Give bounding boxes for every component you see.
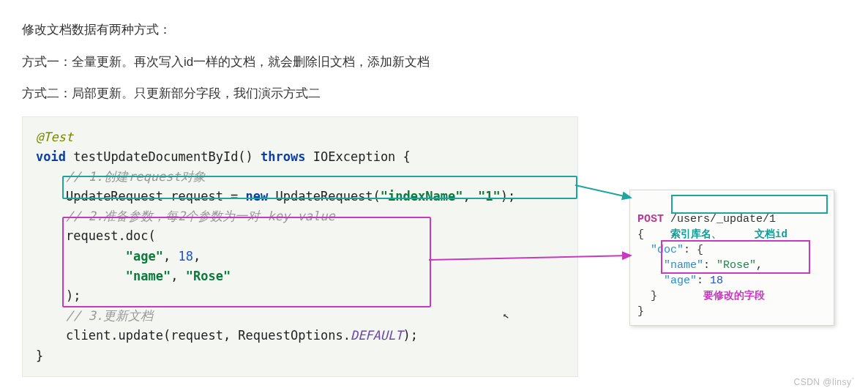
http-path: /users/_update/1 (670, 213, 776, 225)
json-inner-close: } (651, 290, 657, 302)
watermark-text: CSDN @linsy` (793, 377, 855, 387)
comma-2: , (163, 249, 178, 264)
update-call-1: client.update(request, RequestOptions. (66, 328, 351, 343)
method-name: testUpdateDocumentById() (73, 149, 253, 164)
string-indexname: "indexName" (381, 189, 463, 204)
java-code-block: @Test void testUpdateDocumentById() thro… (22, 116, 578, 377)
constant-default: DEFAULT (351, 328, 403, 343)
keyword-void: void (36, 149, 66, 164)
json-outer-close: } (637, 305, 644, 318)
request-decl-2: UpdateRequest( (268, 189, 381, 204)
intro-line-2: 方式一：全量更新。再次写入id一样的文档，就会删除旧文档，添加新文档 (22, 53, 846, 72)
comment-2: // 2.准备参数，每2个参数为一对 key value (66, 209, 335, 223)
diagram-row: @Test void testUpdateDocumentById() thro… (22, 116, 846, 377)
string-name: "name" (126, 269, 171, 283)
request-decl-1: UpdateRequest request = (66, 189, 246, 204)
json-colon-brace: : { (684, 244, 703, 256)
annotation: @Test (36, 130, 73, 144)
comment-3: // 3.更新文档 (66, 308, 153, 323)
json-val-name: "Rose" (717, 259, 756, 272)
update-call-2: ); (403, 328, 418, 343)
number-18: 18 (179, 249, 193, 264)
comma-3: , (171, 269, 185, 283)
label-fields-to-modify: 要修改的字段 (703, 290, 765, 302)
exception-type: IOException (313, 149, 396, 164)
keyword-new: new (246, 189, 269, 204)
string-age: "age" (126, 249, 163, 264)
intro-line-1: 修改文档数据有两种方式： (22, 20, 846, 40)
http-json-block: POST /users/_update/1 { 索引库名、 文档id "doc"… (629, 190, 834, 326)
svg-line-0 (575, 185, 631, 198)
json-brace-open: { (637, 228, 644, 241)
string-rose: "Rose" (186, 269, 231, 283)
json-val-age: 18 (710, 275, 723, 287)
http-method-post: POST (637, 213, 664, 225)
json-key-name: "name" (664, 259, 703, 272)
brace-open: { (403, 149, 411, 164)
json-key-age: "age" (664, 275, 697, 287)
brace-close: } (36, 348, 43, 363)
doc-close: ); (66, 288, 81, 303)
keyword-throws: throws (261, 149, 305, 164)
intro-line-3: 方式二：局部更新。只更新部分字段，我们演示方式二 (22, 84, 846, 103)
doc-open: request.doc( (66, 228, 156, 243)
request-decl-end: ); (501, 189, 515, 204)
label-doc-id: 文档id (755, 228, 787, 240)
string-id: "1" (478, 189, 501, 204)
comma-1: , (463, 189, 477, 204)
comment-1: // 1.创建request对象 (66, 169, 206, 184)
label-index-name: 索引库名、 (670, 228, 722, 240)
json-key-doc: "doc" (651, 244, 684, 256)
